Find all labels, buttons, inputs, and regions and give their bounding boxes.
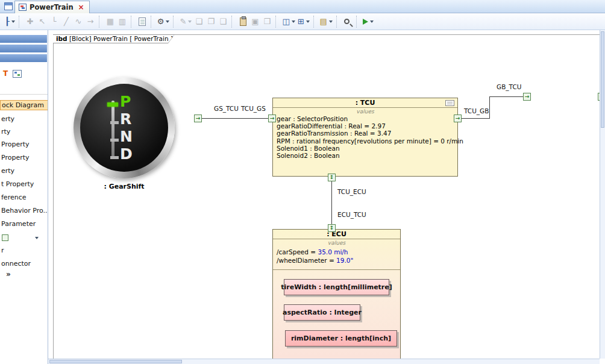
gear-letter-r: R [120, 110, 133, 128]
tcu-value-solenoid1: Solenoid1 : Boolean [273, 145, 457, 152]
ecu-compartment-divider [273, 269, 400, 270]
ecu-block[interactable]: : ECU values /carSpeed = 35.0 mi/h /whee… [272, 229, 401, 364]
dropdown-arrow-icon [292, 20, 295, 23]
magnifier-icon [344, 19, 350, 24]
path-style-icon: → [87, 17, 93, 27]
path-style-button[interactable]: → [84, 16, 96, 28]
palette-item-property[interactable]: erty [0, 115, 48, 125]
diagram-icon [19, 4, 27, 11]
tree-selected-item[interactable] [0, 35, 47, 43]
palette-item-parameter[interactable]: Parameter [0, 219, 48, 230]
palette-item-opaque-behavior[interactable]: Behavior Pro... [0, 206, 48, 216]
compartments-icon[interactable] [445, 100, 454, 106]
palette-item-part-property[interactable]: rty [0, 127, 48, 137]
port-label-tcu-gs: TCU_GS [241, 105, 266, 112]
dropdown-arrow-icon [306, 20, 310, 23]
port-gb-tcu[interactable]: → [523, 93, 531, 101]
curved-line-button[interactable]: ∿ [72, 16, 84, 28]
dropdown-arrow-icon [166, 20, 169, 23]
dropdown-arrow-icon [329, 20, 333, 23]
port-label-gb-tcu: GB_TCU [497, 83, 521, 90]
gearshift-part[interactable]: P R N D [74, 77, 175, 178]
palette-item-internal-block-diagram[interactable]: ock Diagram [0, 100, 48, 110]
style-brush-button[interactable]: ✎ [178, 16, 193, 28]
tab-powertrain[interactable]: PowerTrain × [14, 1, 90, 13]
move-button[interactable]: ✚ [24, 16, 36, 28]
tcu-header: : TCU [273, 98, 457, 108]
palette-item-flow-property[interactable]: erty [0, 166, 48, 177]
ecu-wheeldiameter-name: /wheelDiameter = [277, 257, 336, 264]
grid-button[interactable]: ▦ [104, 16, 116, 28]
palette-item-shared-property[interactable]: Property [0, 140, 48, 150]
part-aspectratio[interactable]: aspectRatio : Integer [284, 304, 360, 321]
copy-with-data-button[interactable]: ❐ [205, 16, 217, 28]
ecu-value-carspeed: /carSpeed = 35.0 mi/h [273, 248, 400, 256]
window-tab-bar: PowerTrain × [0, 0, 605, 13]
rectilinear-line-icon: └ [52, 17, 57, 27]
dropdown-arrow-icon [188, 20, 192, 23]
connector-tcu-gb-seg3[interactable] [489, 96, 523, 97]
note-button[interactable]: ▤ [319, 16, 334, 28]
vertical-scrollbar[interactable] [600, 30, 605, 359]
ecu-carspeed-value: 35.0 mi/h [318, 248, 348, 256]
close-tab-button[interactable]: × [78, 4, 84, 11]
vertical-scrollbar-thumb[interactable] [601, 31, 604, 128]
horizontal-scrollbar[interactable] [48, 359, 600, 364]
part-tirewidth[interactable]: tireWidth : length[millimetre] [284, 279, 389, 295]
page-icon [139, 17, 146, 26]
port-label-gs-tcu: GS_TCU [214, 105, 239, 112]
paste-special-button[interactable]: ❒ [261, 16, 273, 28]
copy-button[interactable]: ❏ [193, 16, 205, 28]
port-label-tcu-gb: TCU_GB [464, 107, 489, 115]
connector-tcu-ecu[interactable] [331, 181, 332, 225]
align-button[interactable]: ▥ [116, 16, 128, 28]
oblique-line-icon: ╱ [64, 17, 69, 27]
layout-options-button[interactable]: ⊞ [296, 16, 311, 28]
rectilinear-line-button[interactable]: └ [48, 16, 60, 28]
frame-diagram-name: [Block] PowerTrain [ PowerTrain ] [67, 35, 173, 42]
tree-selected-item[interactable] [0, 45, 47, 52]
part-rimdiameter[interactable]: rimDiameter : length[inch] [285, 330, 397, 347]
toolbar-separator [275, 16, 278, 28]
containment-tree-button[interactable]: ┠ [4, 16, 16, 28]
palette-more-button[interactable]: » [6, 270, 11, 278]
show-diagram-info-button[interactable] [136, 16, 148, 28]
horizontal-scrollbar-thumb[interactable] [49, 360, 182, 363]
toolbar-separator [173, 16, 176, 28]
tcu-block[interactable]: : TCU values gear : SelectorPosition gea… [272, 98, 458, 177]
palette-item-reference[interactable]: ference [0, 193, 48, 203]
palette-item-port[interactable] [0, 233, 48, 243]
palette-item-value-property[interactable]: Property [0, 153, 48, 163]
connector-tcu-gb-seg1[interactable] [462, 118, 489, 119]
connector-gs-tcu[interactable] [202, 118, 268, 119]
tree-selected-item[interactable] [0, 54, 47, 62]
port-tcu-gs[interactable]: → [268, 115, 276, 122]
run-simulation-button[interactable] [362, 16, 375, 28]
palette-item-constraint-property[interactable]: t Property [0, 180, 48, 190]
tcu-value-ratio-trans: gearRatioTransmission : Real = 3.47 [273, 130, 457, 137]
play-icon [363, 19, 368, 25]
diagram-canvas[interactable]: ibd [Block] PowerTrain [ PowerTrain ] P … [48, 30, 605, 364]
paste-style-button[interactable]: ▣ [249, 16, 261, 28]
palette-item-connector[interactable]: onnector [0, 259, 48, 269]
zoom-button[interactable] [342, 16, 354, 28]
port-tcu-ecu[interactable]: ↕ [328, 174, 336, 181]
palette-header: T [0, 67, 48, 80]
diagram-options-button[interactable]: ⚙ [156, 16, 171, 28]
app-window-icon [4, 2, 13, 10]
layout-button[interactable]: ◫ [281, 16, 296, 28]
gear-letter-p: P [120, 93, 133, 110]
tcu-value-rpm: RPM : rational frequency[revolutions per… [273, 137, 457, 145]
copy-alt-icon: ❐ [208, 17, 215, 27]
port-tcu-gb[interactable]: → [454, 115, 462, 122]
paste-button[interactable] [237, 16, 249, 28]
connector-tcu-gb-seg2[interactable] [489, 96, 490, 119]
duplicate-button[interactable]: ❑ [217, 16, 229, 28]
port-gs-tcu[interactable]: → [194, 115, 202, 122]
select-button[interactable]: ↖ [36, 16, 48, 28]
layout-grid-icon: ⊞ [298, 17, 304, 27]
palette-item-connector-end[interactable]: r [0, 246, 48, 256]
oblique-line-button[interactable]: ╱ [60, 16, 72, 28]
gear-letter-n: N [120, 128, 133, 145]
port-ecu-tcu[interactable]: ↕ [328, 224, 336, 232]
